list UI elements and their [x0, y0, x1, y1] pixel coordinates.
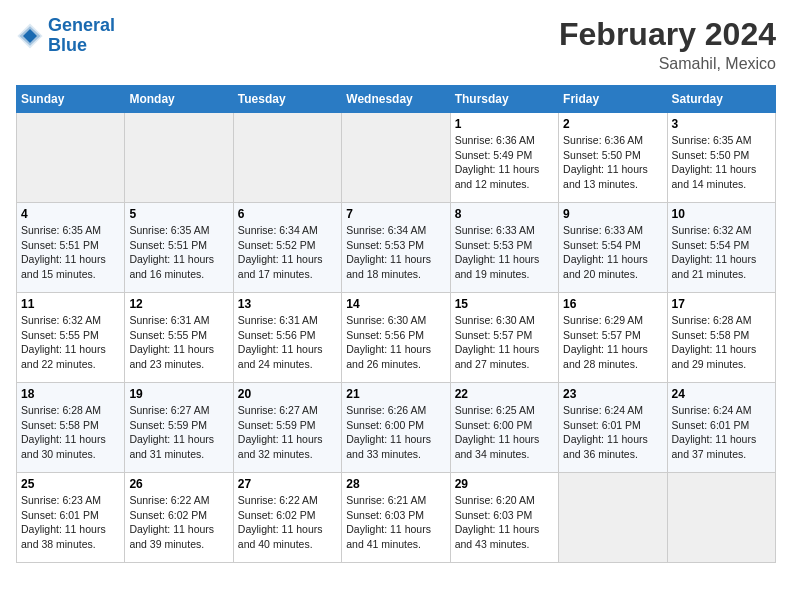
logo: General Blue: [16, 16, 115, 56]
calendar-cell: 17Sunrise: 6:28 AM Sunset: 5:58 PM Dayli…: [667, 293, 775, 383]
calendar-cell: [667, 473, 775, 563]
calendar-cell: 23Sunrise: 6:24 AM Sunset: 6:01 PM Dayli…: [559, 383, 667, 473]
day-number: 1: [455, 117, 554, 131]
calendar-cell: 24Sunrise: 6:24 AM Sunset: 6:01 PM Dayli…: [667, 383, 775, 473]
calendar-cell: 6Sunrise: 6:34 AM Sunset: 5:52 PM Daylig…: [233, 203, 341, 293]
day-info: Sunrise: 6:28 AM Sunset: 5:58 PM Dayligh…: [672, 313, 771, 372]
calendar-cell: [342, 113, 450, 203]
day-info: Sunrise: 6:29 AM Sunset: 5:57 PM Dayligh…: [563, 313, 662, 372]
calendar-cell: 19Sunrise: 6:27 AM Sunset: 5:59 PM Dayli…: [125, 383, 233, 473]
calendar-cell: 3Sunrise: 6:35 AM Sunset: 5:50 PM Daylig…: [667, 113, 775, 203]
day-number: 29: [455, 477, 554, 491]
calendar-cell: 9Sunrise: 6:33 AM Sunset: 5:54 PM Daylig…: [559, 203, 667, 293]
day-number: 18: [21, 387, 120, 401]
day-info: Sunrise: 6:33 AM Sunset: 5:54 PM Dayligh…: [563, 223, 662, 282]
day-info: Sunrise: 6:34 AM Sunset: 5:53 PM Dayligh…: [346, 223, 445, 282]
calendar-cell: [233, 113, 341, 203]
calendar-title: February 2024: [559, 16, 776, 53]
calendar-cell: 12Sunrise: 6:31 AM Sunset: 5:55 PM Dayli…: [125, 293, 233, 383]
day-info: Sunrise: 6:23 AM Sunset: 6:01 PM Dayligh…: [21, 493, 120, 552]
calendar-cell: 7Sunrise: 6:34 AM Sunset: 5:53 PM Daylig…: [342, 203, 450, 293]
calendar-cell: 14Sunrise: 6:30 AM Sunset: 5:56 PM Dayli…: [342, 293, 450, 383]
calendar-cell: 15Sunrise: 6:30 AM Sunset: 5:57 PM Dayli…: [450, 293, 558, 383]
calendar-week-5: 25Sunrise: 6:23 AM Sunset: 6:01 PM Dayli…: [17, 473, 776, 563]
calendar-cell: 21Sunrise: 6:26 AM Sunset: 6:00 PM Dayli…: [342, 383, 450, 473]
day-number: 13: [238, 297, 337, 311]
day-number: 22: [455, 387, 554, 401]
calendar-cell: 22Sunrise: 6:25 AM Sunset: 6:00 PM Dayli…: [450, 383, 558, 473]
day-info: Sunrise: 6:36 AM Sunset: 5:49 PM Dayligh…: [455, 133, 554, 192]
day-info: Sunrise: 6:25 AM Sunset: 6:00 PM Dayligh…: [455, 403, 554, 462]
col-header-monday: Monday: [125, 86, 233, 113]
day-info: Sunrise: 6:32 AM Sunset: 5:55 PM Dayligh…: [21, 313, 120, 372]
day-number: 14: [346, 297, 445, 311]
page-header: General Blue February 2024 Samahil, Mexi…: [16, 16, 776, 73]
day-number: 9: [563, 207, 662, 221]
day-info: Sunrise: 6:35 AM Sunset: 5:50 PM Dayligh…: [672, 133, 771, 192]
col-header-friday: Friday: [559, 86, 667, 113]
calendar-week-4: 18Sunrise: 6:28 AM Sunset: 5:58 PM Dayli…: [17, 383, 776, 473]
day-info: Sunrise: 6:36 AM Sunset: 5:50 PM Dayligh…: [563, 133, 662, 192]
calendar-cell: 25Sunrise: 6:23 AM Sunset: 6:01 PM Dayli…: [17, 473, 125, 563]
day-info: Sunrise: 6:24 AM Sunset: 6:01 PM Dayligh…: [672, 403, 771, 462]
day-number: 12: [129, 297, 228, 311]
calendar-cell: 8Sunrise: 6:33 AM Sunset: 5:53 PM Daylig…: [450, 203, 558, 293]
calendar-cell: 18Sunrise: 6:28 AM Sunset: 5:58 PM Dayli…: [17, 383, 125, 473]
day-number: 2: [563, 117, 662, 131]
day-number: 23: [563, 387, 662, 401]
day-info: Sunrise: 6:20 AM Sunset: 6:03 PM Dayligh…: [455, 493, 554, 552]
calendar-cell: [559, 473, 667, 563]
calendar-table: SundayMondayTuesdayWednesdayThursdayFrid…: [16, 85, 776, 563]
col-header-thursday: Thursday: [450, 86, 558, 113]
calendar-cell: 13Sunrise: 6:31 AM Sunset: 5:56 PM Dayli…: [233, 293, 341, 383]
day-number: 19: [129, 387, 228, 401]
day-info: Sunrise: 6:22 AM Sunset: 6:02 PM Dayligh…: [238, 493, 337, 552]
day-info: Sunrise: 6:31 AM Sunset: 5:56 PM Dayligh…: [238, 313, 337, 372]
calendar-cell: 16Sunrise: 6:29 AM Sunset: 5:57 PM Dayli…: [559, 293, 667, 383]
day-info: Sunrise: 6:21 AM Sunset: 6:03 PM Dayligh…: [346, 493, 445, 552]
calendar-subtitle: Samahil, Mexico: [559, 55, 776, 73]
col-header-wednesday: Wednesday: [342, 86, 450, 113]
day-number: 6: [238, 207, 337, 221]
day-number: 3: [672, 117, 771, 131]
day-number: 20: [238, 387, 337, 401]
day-number: 21: [346, 387, 445, 401]
day-number: 8: [455, 207, 554, 221]
calendar-cell: 10Sunrise: 6:32 AM Sunset: 5:54 PM Dayli…: [667, 203, 775, 293]
day-number: 24: [672, 387, 771, 401]
calendar-cell: [17, 113, 125, 203]
day-info: Sunrise: 6:30 AM Sunset: 5:56 PM Dayligh…: [346, 313, 445, 372]
day-number: 4: [21, 207, 120, 221]
day-info: Sunrise: 6:27 AM Sunset: 5:59 PM Dayligh…: [238, 403, 337, 462]
day-number: 25: [21, 477, 120, 491]
day-number: 10: [672, 207, 771, 221]
calendar-cell: 27Sunrise: 6:22 AM Sunset: 6:02 PM Dayli…: [233, 473, 341, 563]
col-header-sunday: Sunday: [17, 86, 125, 113]
day-number: 28: [346, 477, 445, 491]
logo-icon: [16, 22, 44, 50]
calendar-cell: 29Sunrise: 6:20 AM Sunset: 6:03 PM Dayli…: [450, 473, 558, 563]
calendar-body: 1Sunrise: 6:36 AM Sunset: 5:49 PM Daylig…: [17, 113, 776, 563]
day-info: Sunrise: 6:32 AM Sunset: 5:54 PM Dayligh…: [672, 223, 771, 282]
title-block: February 2024 Samahil, Mexico: [559, 16, 776, 73]
calendar-week-2: 4Sunrise: 6:35 AM Sunset: 5:51 PM Daylig…: [17, 203, 776, 293]
day-number: 11: [21, 297, 120, 311]
col-header-tuesday: Tuesday: [233, 86, 341, 113]
calendar-week-3: 11Sunrise: 6:32 AM Sunset: 5:55 PM Dayli…: [17, 293, 776, 383]
day-info: Sunrise: 6:33 AM Sunset: 5:53 PM Dayligh…: [455, 223, 554, 282]
day-number: 17: [672, 297, 771, 311]
calendar-cell: 2Sunrise: 6:36 AM Sunset: 5:50 PM Daylig…: [559, 113, 667, 203]
calendar-cell: 4Sunrise: 6:35 AM Sunset: 5:51 PM Daylig…: [17, 203, 125, 293]
calendar-cell: 26Sunrise: 6:22 AM Sunset: 6:02 PM Dayli…: [125, 473, 233, 563]
calendar-cell: 28Sunrise: 6:21 AM Sunset: 6:03 PM Dayli…: [342, 473, 450, 563]
day-info: Sunrise: 6:35 AM Sunset: 5:51 PM Dayligh…: [129, 223, 228, 282]
day-info: Sunrise: 6:34 AM Sunset: 5:52 PM Dayligh…: [238, 223, 337, 282]
day-info: Sunrise: 6:24 AM Sunset: 6:01 PM Dayligh…: [563, 403, 662, 462]
day-number: 15: [455, 297, 554, 311]
day-number: 26: [129, 477, 228, 491]
calendar-header-row: SundayMondayTuesdayWednesdayThursdayFrid…: [17, 86, 776, 113]
day-number: 16: [563, 297, 662, 311]
col-header-saturday: Saturday: [667, 86, 775, 113]
calendar-cell: 1Sunrise: 6:36 AM Sunset: 5:49 PM Daylig…: [450, 113, 558, 203]
day-info: Sunrise: 6:35 AM Sunset: 5:51 PM Dayligh…: [21, 223, 120, 282]
